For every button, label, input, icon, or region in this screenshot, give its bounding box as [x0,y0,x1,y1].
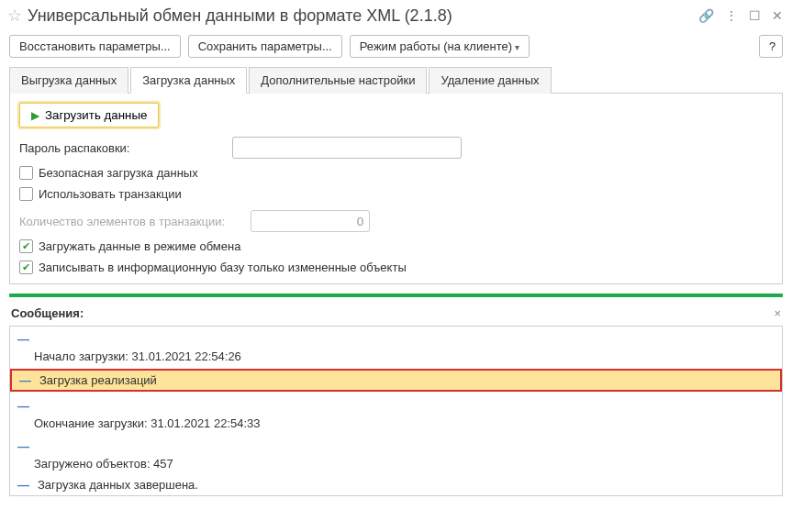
use-tx-label: Использовать транзакции [39,187,182,201]
tab-settings[interactable]: Дополнительные настройки [249,67,427,94]
collapse-icon[interactable]: — [17,439,28,453]
collapse-icon[interactable]: — [19,373,30,387]
write-changed-checkbox[interactable] [19,260,33,274]
more-icon[interactable]: ⋮ [725,8,738,23]
write-changed-label: Записывать в информационную базу только … [39,260,407,274]
tab-export[interactable]: Выгрузка данных [9,67,128,94]
collapse-icon[interactable]: — [17,399,28,413]
message-text: Начало загрузки: 31.01.2021 22:54:26 [34,349,241,363]
tab-delete[interactable]: Удаление данных [429,67,551,94]
tx-count-input[interactable] [251,210,370,232]
maximize-icon[interactable]: ☐ [749,8,761,23]
use-tx-checkbox[interactable] [19,187,33,201]
message-group[interactable]: — [10,434,782,453]
message-item[interactable]: Окончание загрузки: 31.01.2021 22:54:33 [10,413,782,434]
load-data-button[interactable]: ▶ Загрузить данные [19,103,159,127]
message-item[interactable]: — Загрузка данных завершена. [10,474,782,495]
tab-bar: Выгрузка данных Загрузка данных Дополнит… [9,67,783,94]
password-input[interactable] [232,137,462,159]
link-icon[interactable]: 🔗 [698,8,714,23]
window-title: Универсальный обмен данными в формате XM… [28,6,698,26]
message-item[interactable]: Загружено объектов: 457 [10,453,782,474]
tab-import[interactable]: Загрузка данных [130,67,247,94]
message-text: Загрузка данных завершена. [38,478,198,492]
messages-list: — Начало загрузки: 31.01.2021 22:54:26 —… [9,326,783,496]
load-data-label: Загрузить данные [45,108,147,122]
message-text: Загрузка реализаций [39,373,157,387]
exchange-mode-checkbox[interactable] [19,239,33,253]
collapse-icon[interactable]: — [17,478,28,492]
import-panel: ▶ Загрузить данные Пароль распаковки: Бе… [9,94,783,284]
message-text: Загружено объектов: 457 [34,457,173,471]
close-icon[interactable]: ✕ [772,8,783,23]
safe-load-checkbox[interactable] [19,166,33,180]
messages-title: Сообщения: [11,306,84,320]
work-mode-dropdown[interactable]: Режим работы (на клиенте) [350,35,530,58]
message-group[interactable]: — [10,393,782,413]
tx-count-label: Количество элементов в транзакции: [19,215,225,228]
restore-params-button[interactable]: Восстановить параметры... [9,35,181,58]
message-group[interactable]: — [10,327,782,346]
close-messages-icon[interactable]: × [774,306,781,320]
save-params-button[interactable]: Сохранить параметры... [188,35,342,58]
exchange-mode-label: Загружать данные в режиме обмена [39,239,240,253]
message-text: Окончание загрузки: 31.01.2021 22:54:33 [34,416,261,430]
message-item[interactable]: Начало загрузки: 31.01.2021 22:54:26 [10,346,782,367]
safe-load-label: Безопасная загрузка данных [39,166,198,180]
password-label: Пароль распаковки: [19,141,129,155]
help-button[interactable]: ? [759,35,783,58]
favorite-star-icon[interactable]: ☆ [7,6,22,26]
message-item-highlighted[interactable]: — Загрузка реализаций [10,369,782,392]
play-icon: ▶ [31,109,39,122]
collapse-icon[interactable]: — [17,332,28,346]
